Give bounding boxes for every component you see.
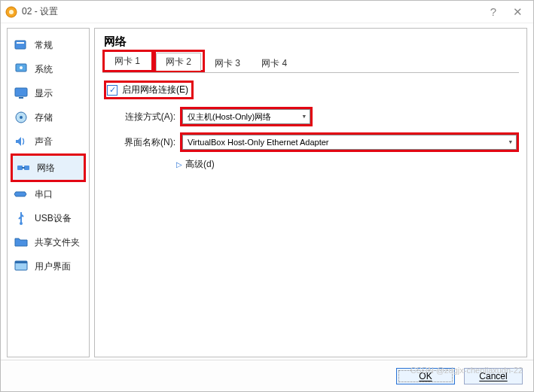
name-highlight: VirtualBox Host-Only Ethernet Adapter	[180, 132, 519, 152]
sidebar-item-label: 存储	[35, 111, 53, 124]
display-icon	[14, 86, 29, 101]
svg-point-9	[20, 116, 23, 119]
svg-rect-12	[22, 167, 25, 169]
dialog-footer: OK Cancel	[1, 360, 533, 391]
advanced-label: 高级(d)	[185, 158, 215, 171]
audio-icon	[14, 134, 29, 149]
sidebar-item-label: 用户界面	[35, 260, 71, 273]
sidebar-item-label: 显示	[35, 87, 53, 100]
sidebar-item-ui[interactable]: 用户界面	[11, 254, 86, 278]
ui-icon	[14, 259, 29, 274]
attached-highlight: 仅主机(Host-Only)网络	[180, 107, 313, 126]
app-icon	[5, 6, 17, 18]
sidebar-item-storage[interactable]: 存储	[11, 105, 86, 129]
sidebar-item-label: 共享文件夹	[35, 236, 80, 249]
page-title: 网络	[104, 35, 519, 49]
tab-adapter-4[interactable]: 网卡 4	[252, 54, 297, 72]
sidebar-item-system[interactable]: 系统	[11, 57, 86, 81]
sidebar-item-audio[interactable]: 声音	[11, 129, 86, 153]
svg-rect-3	[17, 42, 24, 44]
sidebar-item-label: 网络	[37, 162, 55, 175]
adapter-name-label: 界面名称(N):	[104, 136, 175, 149]
close-button[interactable]: ✕	[513, 5, 523, 19]
adapter-tabs: 网卡 1 网卡 2 网卡 3 网卡 4	[102, 55, 519, 73]
settings-window: 02 - 设置 ? ✕ 常规 系统 显示 存储	[0, 0, 534, 392]
sidebar-item-usb[interactable]: USB设备	[11, 206, 86, 230]
sidebar-item-network[interactable]: 网络	[11, 153, 86, 182]
sidebar-item-general[interactable]: 常规	[11, 33, 86, 57]
svg-rect-7	[19, 97, 23, 99]
tab-adapter-2[interactable]: 网卡 2	[156, 53, 201, 71]
serial-icon	[14, 187, 29, 202]
tab-highlight-2: 网卡 2	[154, 50, 205, 72]
enable-highlight: ✓ 启用网络连接(E)	[104, 81, 194, 99]
sidebar-item-serial[interactable]: 串口	[11, 182, 86, 206]
adapter-name-value: VirtualBox Host-Only Ethernet Adapter	[188, 138, 329, 147]
sidebar-item-label: 声音	[35, 135, 53, 148]
svg-rect-10	[17, 166, 23, 170]
general-icon	[14, 38, 29, 53]
tab-highlight-1: 网卡 1	[102, 50, 154, 72]
settings-panel: 网络 网卡 1 网卡 2 网卡 3 网卡 4 ✓ 启用网络连接(E)	[94, 28, 527, 357]
cancel-button[interactable]: Cancel	[464, 368, 523, 384]
enable-network-label: 启用网络连接(E)	[122, 84, 188, 96]
svg-rect-15	[15, 261, 27, 263]
svg-point-5	[20, 66, 23, 69]
tab-adapter-3[interactable]: 网卡 3	[205, 54, 250, 72]
dialog-body: 常规 系统 显示 存储 声音 网络	[1, 23, 533, 357]
adapter-name-select[interactable]: VirtualBox Host-Only Ethernet Adapter	[182, 135, 517, 150]
usb-icon	[14, 211, 29, 226]
system-icon	[14, 62, 29, 77]
category-sidebar: 常规 系统 显示 存储 声音 网络	[7, 28, 90, 357]
svg-rect-11	[24, 166, 29, 170]
advanced-toggle[interactable]: ▷ 高级(d)	[176, 158, 519, 171]
folder-icon	[14, 235, 29, 250]
svg-rect-6	[15, 88, 27, 96]
enable-network-checkbox[interactable]: ✓	[107, 85, 117, 96]
sidebar-item-label: USB设备	[35, 212, 72, 225]
chevron-right-icon: ▷	[176, 160, 182, 169]
ok-button[interactable]: OK	[396, 368, 455, 384]
attached-to-label: 连接方式(A):	[104, 111, 175, 123]
svg-point-1	[9, 10, 14, 14]
window-title: 02 - 设置	[22, 5, 58, 18]
tab-adapter-1[interactable]: 网卡 1	[105, 52, 150, 70]
sidebar-item-label: 系统	[35, 63, 53, 76]
attached-to-select[interactable]: 仅主机(Host-Only)网络	[182, 109, 310, 124]
svg-rect-2	[15, 41, 26, 49]
sidebar-item-display[interactable]: 显示	[11, 81, 86, 105]
window-controls: ? ✕	[490, 5, 529, 19]
storage-icon	[14, 110, 29, 125]
attached-to-value: 仅主机(Host-Only)网络	[188, 111, 271, 123]
titlebar: 02 - 设置 ? ✕	[1, 1, 533, 23]
help-button[interactable]: ?	[490, 5, 496, 19]
sidebar-item-shared[interactable]: 共享文件夹	[11, 230, 86, 254]
sidebar-item-label: 串口	[35, 188, 53, 201]
sidebar-item-label: 常规	[35, 39, 53, 52]
svg-point-13	[20, 222, 23, 225]
adapter-form: ✓ 启用网络连接(E) 连接方式(A): 仅主机(Host-Only)网络 界面…	[102, 73, 519, 171]
network-icon	[16, 160, 31, 175]
